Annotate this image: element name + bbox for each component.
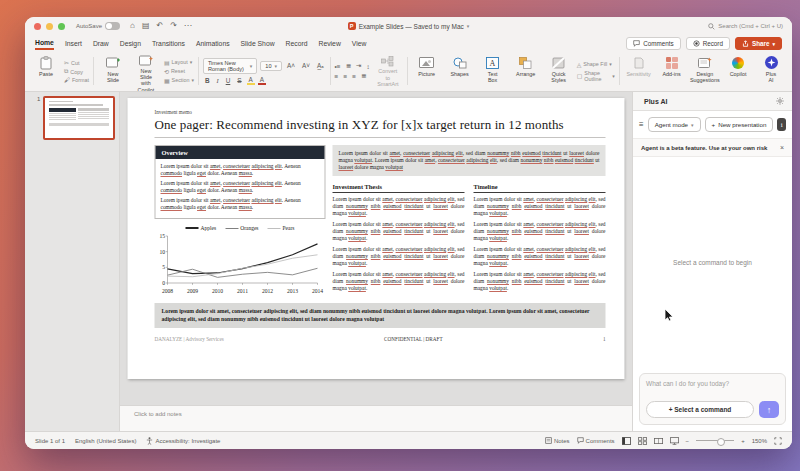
notes-toggle-button[interactable]: Notes — [545, 437, 570, 444]
design-suggestions-button[interactable]: Design Suggestions — [690, 54, 720, 88]
indent-button[interactable]: ⇥ — [356, 62, 361, 70]
more-icon[interactable]: ⋯ — [184, 22, 192, 30]
copy-button[interactable]: ⧉Copy — [64, 68, 89, 75]
layout-button[interactable]: ▤Layout▾ — [164, 59, 194, 66]
align-right-button[interactable]: ≡ — [352, 73, 356, 80]
columns-button[interactable]: ≣ — [361, 72, 366, 80]
title-chevron-down-icon[interactable]: ▾ — [467, 23, 470, 29]
close-window-button[interactable] — [34, 23, 41, 30]
normal-view-button[interactable] — [622, 437, 631, 445]
font-size-select[interactable]: 10▾ — [260, 61, 282, 71]
new-presentation-button[interactable]: + New presentation — [705, 117, 774, 132]
shape-outline-button[interactable]: ▢Shape Outline▾ — [577, 70, 615, 82]
tab-animations[interactable]: Animations — [196, 38, 230, 49]
copilot-button[interactable]: Copilot — [723, 54, 753, 88]
arrange-button[interactable]: Arrange — [511, 54, 541, 88]
plus-ai-button[interactable]: Plus AI — [756, 54, 786, 88]
italic-button[interactable]: I — [215, 77, 221, 84]
underline-button[interactable]: U — [224, 77, 233, 84]
bullets-button[interactable]: •≡ — [335, 63, 341, 70]
sensitivity-button[interactable]: Sensitivity — [624, 54, 654, 88]
zoom-window-button[interactable] — [58, 23, 65, 30]
intro-text-box[interactable]: Lorem ipsum dolor sit amet, consectetuer… — [333, 145, 606, 176]
zoom-level[interactable]: 150% — [752, 438, 767, 444]
info-button[interactable]: i — [777, 118, 786, 131]
search-field[interactable]: Search (Cmd + Ctrl + U) — [708, 23, 783, 30]
comments-button[interactable]: Comments — [626, 37, 680, 50]
reading-view-button[interactable] — [654, 437, 663, 445]
bold-button[interactable]: B — [203, 77, 212, 84]
font-color-button[interactable]: A — [258, 76, 266, 85]
quick-styles-button[interactable]: Quick Styles — [544, 54, 574, 88]
redo-icon[interactable]: ↷ — [170, 22, 177, 30]
slide-show-button[interactable] — [670, 437, 679, 445]
numbering-button[interactable]: ≣ — [346, 62, 351, 70]
minimize-window-button[interactable] — [46, 23, 53, 30]
autosave-toggle[interactable]: AutoSave — [76, 22, 120, 30]
clear-format-button[interactable]: A̲ₐ — [315, 62, 326, 69]
slide[interactable]: Investment memo One pager: Recommend inv… — [128, 98, 625, 379]
add-ins-button[interactable]: Add-ins — [657, 54, 687, 88]
new-slide-button[interactable]: New Slide — [98, 54, 128, 88]
cut-button[interactable]: ✂Cut — [64, 59, 89, 66]
align-left-button[interactable]: ≡ — [335, 73, 339, 80]
highlight-button[interactable]: A — [247, 76, 255, 85]
home-icon[interactable]: ⌂ — [130, 22, 135, 30]
comment-bubble-icon — [577, 437, 584, 444]
text-box-button[interactable]: A Text Box — [478, 54, 508, 88]
overview-box[interactable]: Overview Lorem ipsum dolor sit amet, con… — [155, 145, 326, 219]
fruit-line-chart[interactable]: Apples Oranges Pears 0510152008200920102… — [155, 225, 326, 296]
tab-draw[interactable]: Draw — [93, 38, 109, 49]
notes-pane[interactable]: Click to add notes — [120, 405, 632, 431]
tab-slide-show[interactable]: Slide Show — [241, 38, 275, 49]
slide-title[interactable]: One pager: Recommend investing in XYZ fo… — [155, 118, 606, 133]
tab-insert[interactable]: Insert — [65, 38, 82, 49]
paste-button[interactable]: Paste — [31, 54, 61, 88]
grow-font-button[interactable]: A˄ — [285, 62, 297, 69]
settings-gear-button[interactable] — [776, 97, 784, 105]
zoom-out-button[interactable]: − — [686, 438, 690, 444]
accessibility-button[interactable]: Accessibility: Investigate — [146, 437, 220, 445]
align-center-button[interactable]: ≡ — [343, 73, 347, 80]
picture-button[interactable]: Picture — [412, 54, 442, 88]
strikethrough-button[interactable]: S — [235, 77, 243, 84]
slide-sorter-view-button[interactable] — [638, 437, 647, 445]
gallery-icon[interactable]: ▤ — [142, 22, 150, 30]
slide-thumbnail-1[interactable] — [43, 96, 115, 140]
share-button[interactable]: Share ▾ — [735, 37, 782, 50]
zoom-slider[interactable] — [696, 440, 734, 441]
record-button[interactable]: Record — [686, 37, 730, 50]
select-command-button[interactable]: + Select a command — [646, 401, 754, 418]
command-composer[interactable]: What can I do for you today? + Select a … — [639, 373, 786, 425]
tab-record[interactable]: Record — [286, 38, 308, 49]
close-icon[interactable]: × — [780, 144, 784, 151]
investment-thesis-column[interactable]: Investment Thesis Lorem ipsum dolor sit … — [333, 183, 465, 296]
format-painter-button[interactable]: 🖌Format — [64, 77, 89, 83]
tab-view[interactable]: View — [352, 38, 367, 49]
reset-button[interactable]: ⟲Reset — [164, 68, 194, 75]
slide-canvas[interactable]: Investment memo One pager: Recommend inv… — [120, 92, 632, 405]
tab-design[interactable]: Design — [120, 38, 141, 49]
font-name-select[interactable]: Times New Roman (Body)▾ — [203, 58, 257, 74]
timeline-column[interactable]: Timeline Lorem ipsum dolor sit amet, con… — [474, 183, 606, 296]
send-button[interactable]: ↑ — [759, 401, 779, 418]
shape-fill-button[interactable]: ◬Shape Fill▾ — [577, 61, 615, 68]
fit-slide-button[interactable] — [774, 437, 782, 445]
section-button[interactable]: ▦Section▾ — [164, 77, 194, 84]
language-button[interactable]: English (United States) — [75, 438, 136, 444]
comments-toggle-button[interactable]: Comments — [577, 437, 615, 444]
menu-hamburger-icon[interactable]: ≡ — [639, 120, 644, 129]
tab-transitions[interactable]: Transitions — [152, 38, 185, 49]
tab-review[interactable]: Review — [319, 38, 341, 49]
shrink-font-button[interactable]: A˅ — [300, 62, 312, 69]
agent-mode-dropdown[interactable]: Agent mode ▾ — [648, 117, 701, 132]
line-spacing-button[interactable]: ↕ — [367, 63, 370, 70]
callout-band[interactable]: Lorem ipsum dolor sit amet, consectetuer… — [155, 303, 606, 328]
autosave-switch[interactable] — [105, 22, 120, 30]
tab-home[interactable]: Home — [35, 37, 54, 50]
new-slide-with-copilot-button[interactable]: New Slide with Copilot — [131, 54, 161, 88]
undo-icon[interactable]: ↶ — [156, 22, 163, 30]
shapes-button[interactable]: Shapes — [445, 54, 475, 88]
convert-to-smartart-button[interactable]: Convert to SmartArt — [373, 54, 403, 88]
zoom-in-button[interactable]: + — [741, 438, 745, 444]
